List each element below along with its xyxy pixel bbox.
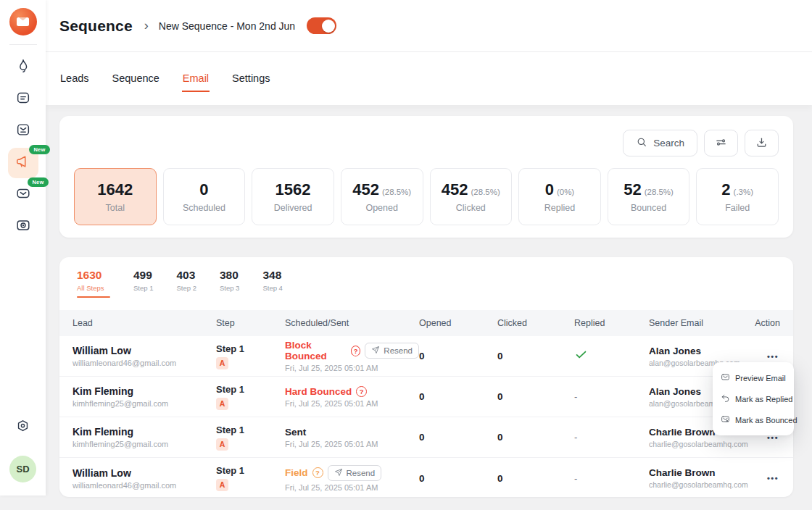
- row-actions-button[interactable]: [766, 471, 780, 485]
- lead-name: Kim Fleming: [72, 426, 216, 438]
- send-icon: [371, 346, 380, 356]
- tab-sequence[interactable]: Sequence: [112, 66, 160, 92]
- resend-button[interactable]: Resend: [328, 465, 382, 481]
- tab-leads[interactable]: Leads: [59, 66, 90, 92]
- sent-date: Fri, Jul 25, 2025 05:01 AM: [285, 440, 419, 448]
- send-icon: [334, 468, 343, 478]
- menu-item-preview-email[interactable]: Preview Email: [713, 367, 794, 388]
- sidebar-divider: [9, 44, 37, 45]
- col-clicked: Clicked: [497, 318, 574, 328]
- stat-replied[interactable]: 0(0%) Replied: [518, 168, 601, 225]
- step-tab-3[interactable]: 380 Step 3: [220, 269, 239, 298]
- opened-cell: 0: [419, 351, 497, 361]
- step-tab-4[interactable]: 348 Step 4: [262, 269, 282, 298]
- stat-value: 2: [721, 180, 730, 199]
- variant-badge: A: [216, 357, 228, 369]
- status-text: Field: [285, 467, 308, 478]
- help-icon[interactable]: [356, 386, 367, 397]
- stat-label: Opened: [365, 203, 397, 213]
- table-header: Lead Step Scheduled/Sent Opened Clicked …: [59, 310, 793, 336]
- col-step: Step: [216, 318, 285, 328]
- search-button[interactable]: Search: [623, 130, 697, 156]
- status-text: Block Bounced: [285, 340, 347, 361]
- new-badge: New: [28, 177, 48, 187]
- active-underline: [77, 296, 110, 298]
- row-actions-button[interactable]: [766, 349, 780, 364]
- stat-scheduled[interactable]: 0 Scheduled: [163, 168, 246, 225]
- stat-label: Total: [106, 203, 125, 213]
- stat-value: 1642: [97, 180, 133, 199]
- clicked-cell: 0: [497, 391, 574, 402]
- lead-cell: Kim Fleming kimhfleming25@gmail.com: [72, 426, 216, 448]
- step-tab-all[interactable]: 1630 All Steps: [77, 269, 110, 298]
- stat-total[interactable]: 1642 Total: [74, 168, 157, 225]
- sidebar-item-inbox[interactable]: [8, 116, 38, 146]
- search-label: Search: [653, 138, 684, 149]
- sidebar-item-recorder[interactable]: [8, 212, 38, 242]
- step-cell: Step 1 A: [216, 343, 285, 369]
- topbar: Sequence New Sequence - Mon 2nd Jun: [46, 0, 812, 52]
- recorder-icon: [15, 217, 31, 236]
- mail-icon: [15, 185, 31, 204]
- row-actions-menu: Preview Email Mark as Replied Mark as Bo…: [713, 362, 794, 435]
- sender-cell: Charlie Brown charlie@gosolarbeamhq.com: [649, 467, 750, 489]
- sidebar-item-flame[interactable]: [8, 52, 38, 83]
- step-cell: Step 1 A: [216, 384, 285, 410]
- app-logo[interactable]: [9, 8, 37, 35]
- sender-email: charlie@gosolarbeamhq.com: [649, 440, 750, 448]
- new-badge: New: [29, 145, 49, 154]
- menu-item-mark-as-replied[interactable]: Mark as Replied: [713, 388, 794, 409]
- tab-email[interactable]: Email: [182, 66, 210, 92]
- lead-cell: Kim Fleming kimhfleming25@gmail.com: [72, 385, 216, 408]
- opened-cell: 0: [419, 391, 497, 402]
- sequence-toggle[interactable]: [307, 17, 336, 34]
- stat-label: Bounced: [631, 203, 666, 213]
- lead-email: williamleonard46@gmail.com: [72, 359, 216, 367]
- main-content: Search 1642 Total: [46, 105, 812, 510]
- step-tab-1[interactable]: 499 Step 1: [133, 269, 153, 298]
- variant-badge: A: [216, 398, 228, 410]
- help-icon[interactable]: [351, 346, 360, 356]
- replied-cell: -: [574, 432, 649, 443]
- col-action: Action: [750, 318, 780, 328]
- app-root: New New SD Sequence New Sequence: [0, 0, 812, 510]
- stat-value: 452: [352, 180, 379, 199]
- sidebar-item-settings[interactable]: [8, 412, 38, 443]
- stat-label: Failed: [725, 203, 750, 213]
- user-avatar[interactable]: SD: [9, 456, 36, 482]
- breadcrumb: New Sequence - Mon 2nd Jun: [159, 20, 295, 32]
- stat-delivered[interactable]: 1562 Delivered: [252, 168, 334, 225]
- filter-sliders-icon: [715, 136, 727, 151]
- emails-table-card: 1630 All Steps 499 Step 1 403 Step 2 380…: [59, 257, 793, 497]
- table-row: Kim Fleming kimhfleming25@gmail.com Step…: [59, 417, 793, 458]
- stats-row: 1642 Total 0 Scheduled 1562 Delivered 45…: [74, 168, 779, 225]
- step-tab-2[interactable]: 403 Step 2: [176, 269, 196, 298]
- sidebar-item-campaigns[interactable]: New: [8, 148, 38, 178]
- tab-settings[interactable]: Settings: [231, 66, 270, 92]
- stat-clicked[interactable]: 452(28.5%) Clicked: [430, 168, 513, 225]
- download-button[interactable]: [745, 130, 779, 156]
- stat-label: Clicked: [456, 203, 486, 213]
- page-title: Sequence: [59, 17, 133, 35]
- filter-button[interactable]: [704, 130, 738, 156]
- menu-item-mark-as-bounced[interactable]: Mark as Bounced: [713, 409, 794, 430]
- col-sender: Sender Email: [649, 318, 750, 328]
- stat-label: Delivered: [274, 203, 312, 213]
- stat-value: 452: [442, 180, 468, 199]
- sidebar-item-mail[interactable]: New: [8, 180, 38, 210]
- scheduled-cell: Sent Fri, Jul 25, 2025 05:01 AM: [285, 427, 419, 448]
- replied-cell: -: [574, 391, 649, 402]
- stat-failed[interactable]: 2(.3%) Failed: [696, 168, 779, 225]
- sidebar-item-list[interactable]: [8, 84, 38, 114]
- sent-date: Fri, Jul 25, 2025 05:01 AM: [285, 483, 419, 492]
- table-row: William Low williamleonard46@gmail.com S…: [59, 336, 793, 377]
- stat-opened[interactable]: 452(28.5%) Opened: [341, 168, 423, 225]
- resend-button[interactable]: Resend: [365, 343, 419, 359]
- chevron-right-icon: [144, 18, 149, 33]
- help-icon[interactable]: [312, 467, 323, 478]
- stat-bounced[interactable]: 52(28.5%) Bounced: [608, 168, 690, 225]
- stat-value: 52: [624, 180, 641, 199]
- mail-x-icon: [721, 414, 730, 425]
- scheduled-cell: Hard Bounced Fri, Jul 25, 2025 05:01 AM: [285, 386, 419, 408]
- col-scheduled: Scheduled/Sent: [285, 318, 419, 328]
